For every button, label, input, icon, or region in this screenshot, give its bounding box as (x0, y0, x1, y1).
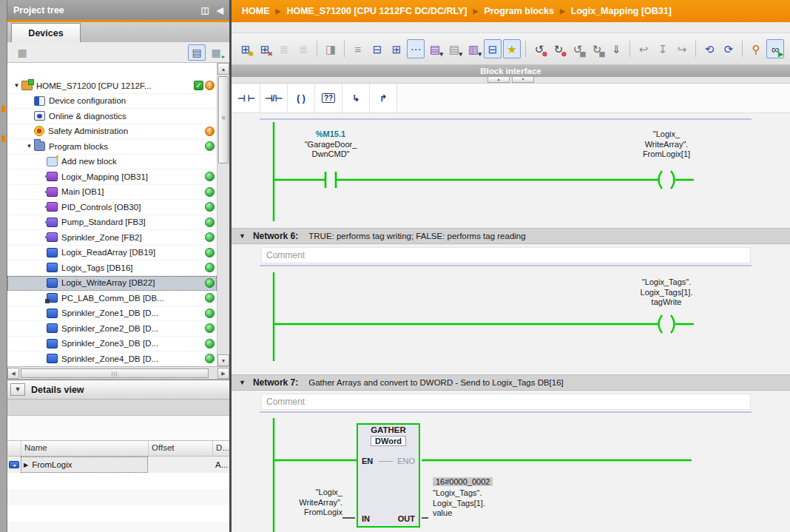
coil-operand-label[interactable]: "Logix_Tags". Logix_Tags[1]. tagWrite (622, 277, 711, 308)
scroll-right-icon[interactable]: ▶ (217, 368, 229, 379)
network-7-comment[interactable]: Comment (261, 394, 751, 410)
delete-network-icon[interactable]: ⊞✕ (256, 39, 274, 58)
address-display-icon[interactable]: ▥▾ (465, 39, 482, 58)
tab-devices[interactable]: Devices (11, 23, 81, 42)
monitoring-glasses-icon[interactable]: ∞▶ (766, 39, 784, 58)
tree-item[interactable]: Safety Administration (7, 124, 217, 140)
project-tree: ▼HOME_S71200 [CPU 1212F...Device configu… (7, 63, 217, 366)
collapse-panel-icon[interactable]: ◀ (217, 5, 223, 16)
tree-expand-icon[interactable]: ▼ (24, 143, 34, 149)
column-offset[interactable]: Offset (148, 441, 212, 456)
network-6-comment[interactable]: Comment (261, 247, 751, 263)
block-consistency-icon[interactable]: ◨ (322, 39, 340, 58)
out-operand-label[interactable]: "Logix_Tags". Logix_Tags[1]. value (433, 488, 544, 519)
expand-networks-icon[interactable]: ⊟ (368, 39, 386, 58)
coil-operand-label[interactable]: "Logix_ WriteArray". FromLogix[1] (622, 129, 711, 160)
splitter-down-icon[interactable]: ▼ (512, 77, 534, 83)
details-row-fromlogix[interactable]: ◂ ▶FromLogix A... (7, 457, 229, 473)
tree-item[interactable]: Sprinkler_Zone4_DB [D... (7, 351, 217, 366)
tree-item[interactable]: Device configuration (7, 94, 217, 110)
in-operand-label[interactable]: "Logix_ WriteArray". FromLogix (255, 488, 342, 518)
column-datatype[interactable]: D... (212, 441, 229, 456)
tree-item-label: Sprinkler_Zone [FB2] (60, 233, 202, 242)
network-6-title[interactable]: TRUE: performs tag writing; FALSE: perfo… (308, 232, 525, 240)
tree-item[interactable]: Add new block (7, 155, 217, 170)
load-snapshot-icon[interactable]: ↺▦ (569, 39, 587, 58)
tree-item[interactable]: Online & diagnostics (7, 109, 217, 124)
contact-address[interactable]: %M15.1 (286, 129, 375, 140)
split-columns-icon[interactable]: ◫ (200, 5, 209, 16)
breadcrumb-item[interactable]: HOME_S71200 [CPU 1212FC DC/DC/RLY] (286, 6, 467, 16)
goto-definition-icon[interactable]: ↧ (654, 39, 672, 58)
goto-next-icon[interactable]: ↪ (673, 39, 691, 58)
network-6-header[interactable]: ▼ Network 6: TRUE: performs tag writing;… (232, 228, 790, 244)
network-7-title[interactable]: Gather Arrays and convert to DWORD - Sen… (308, 378, 564, 387)
collapse-network-icon[interactable]: ▼ (239, 232, 246, 240)
breadcrumb-item[interactable]: Program blocks (484, 6, 553, 16)
tree-item[interactable]: Sprinkler_Zone [FB2] (7, 230, 217, 246)
tree-item[interactable]: Logix_WriteArray [DB22] (7, 276, 217, 292)
splitter-up-icon[interactable]: ▲ (487, 77, 510, 83)
tree-item[interactable]: Logix_Mapping [OB31] (7, 169, 217, 185)
download-values-icon[interactable]: ⇓ (607, 39, 625, 58)
sync-backward-icon[interactable]: ⟲ (700, 39, 718, 58)
tree-expand-icon[interactable]: ▼ (12, 82, 21, 89)
sort-filter-icon[interactable]: ▦ (13, 44, 31, 61)
tree-item[interactable]: ▼HOME_S71200 [CPU 1212F... (7, 78, 217, 94)
tree-item[interactable]: Logix_Tags [DB16] (7, 260, 217, 276)
tree-vertical-scrollbar[interactable]: ▲ ▼ (217, 63, 229, 366)
tree-item[interactable]: ▼Program blocks (7, 139, 217, 155)
tree-item[interactable]: PC_LAB_Comm_DB [DB... (7, 291, 217, 306)
column-name[interactable]: Name (21, 441, 148, 456)
window-edge-strip (0, 0, 7, 532)
breadcrumb-item[interactable]: HOME (242, 6, 270, 16)
nc-contact-icon[interactable]: ⊣/⊢ (260, 84, 288, 112)
tree-item[interactable]: Sprinkler_Zone3_DB [D... (7, 337, 217, 352)
tree-item[interactable]: Sprinkler_Zone2_DB [D... (7, 321, 217, 337)
tree-item[interactable]: PID_Controls [OB30] (7, 200, 217, 215)
box-datatype[interactable]: DWord (371, 436, 406, 446)
open-branch-icon[interactable]: ↳ (342, 84, 370, 112)
diagram-view-icon[interactable]: ▦▸ (207, 44, 225, 61)
insert-network-icon[interactable]: ⊞✱ (237, 39, 254, 58)
copy-snapshot-icon[interactable]: ↻▦ (588, 39, 606, 58)
tree-item[interactable]: Sprinkler_Zone1_DB [D... (7, 306, 217, 322)
find-in-block-icon[interactable]: ⚲ (747, 39, 765, 58)
discard-monitor-icon[interactable]: ↺⊗ (530, 39, 548, 58)
collapse-networks-icon[interactable]: ⊞ (388, 39, 405, 58)
scroll-thumb[interactable] (218, 76, 229, 164)
outline-view-icon[interactable]: ≡ (349, 39, 367, 58)
contact-operand-label[interactable]: %M15.1 "GarageDoor_ DwnCMD" (286, 129, 375, 160)
enable-monitor-icon[interactable]: ↻⊗ (550, 39, 567, 58)
network-comments-icon[interactable]: ⋯ (407, 39, 425, 58)
close-branch-icon[interactable]: ↱ (370, 84, 397, 112)
collapse-details-icon[interactable]: ▼ (10, 383, 25, 396)
scroll-left-icon[interactable]: ◀ (7, 368, 19, 379)
breadcrumb-item[interactable]: Logix_Mapping [OB31] (571, 6, 672, 16)
coil-icon[interactable]: ( ) (288, 84, 315, 112)
tree-horizontal-scrollbar[interactable]: ◀ ▶ (7, 366, 229, 380)
tree-item[interactable]: Pump_Standard [FB3] (7, 215, 217, 231)
goto-previous-icon[interactable]: ↩ (635, 39, 652, 58)
project-tree-toolbar: ▦ ▤ ▦▸ (7, 42, 229, 63)
details-view-header: ▼ Details view (7, 380, 229, 400)
favorites-bar-icon[interactable]: ⊟ (484, 39, 502, 58)
network-7-label: Network 7: (253, 377, 298, 388)
scroll-up-icon[interactable]: ▲ (217, 63, 229, 75)
no-contact-icon[interactable]: ⊣ ⊢ (233, 84, 260, 112)
favorites-star-icon[interactable]: ★ (503, 39, 521, 58)
empty-box-icon[interactable]: ?? (315, 84, 342, 112)
comment-display-icon[interactable]: ▤▾ (445, 39, 463, 58)
expand-icon[interactable]: ▶ (24, 462, 28, 468)
scroll-down-icon[interactable]: ▼ (217, 354, 229, 366)
tree-item[interactable]: Main [OB1] (7, 185, 217, 201)
tree-item[interactable]: Logix_ReadArray [DB19] (7, 246, 217, 261)
network-7-header[interactable]: ▼ Network 7: Gather Arrays and convert t… (232, 374, 790, 391)
details-toggle-icon[interactable]: ▤ (188, 44, 206, 61)
sync-forward-icon[interactable]: ⟳ (720, 39, 737, 58)
db-icon (47, 339, 58, 349)
collapse-network-icon[interactable]: ▼ (239, 379, 246, 386)
gather-instruction-box[interactable]: GATHER DWord EN ENO IN OUT (357, 423, 420, 528)
scroll-thumb[interactable] (21, 368, 209, 378)
operand-display-icon[interactable]: ▤▾ (426, 39, 444, 58)
